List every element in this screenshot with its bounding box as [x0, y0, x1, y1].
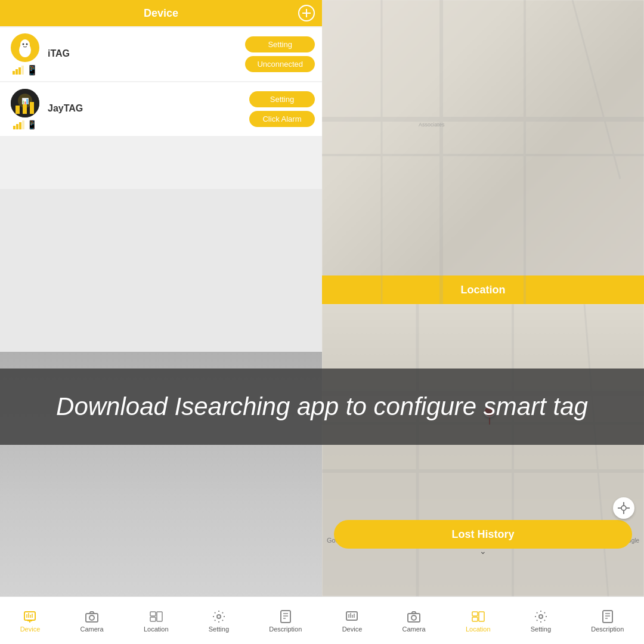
alarm-button[interactable]: Click Alarm: [249, 111, 315, 127]
nav-item-device[interactable]: Device: [13, 604, 48, 637]
signal-bars: [13, 120, 24, 129]
device-item: 📊 📱 JayTAG: [0, 82, 322, 136]
nav-label-setting: Setting: [209, 626, 229, 633]
nav-label-device-r: Device: [342, 626, 363, 633]
svg-rect-54: [472, 612, 478, 616]
arrow-label: ⌄: [479, 546, 487, 556]
svg-line-35: [572, 0, 620, 179]
setting-button[interactable]: Setting: [245, 36, 315, 52]
nav-item-location-r[interactable]: Location: [459, 604, 498, 637]
device-info: iTAG: [48, 48, 245, 60]
nav-label-description-r: Description: [591, 626, 624, 633]
nav-item-location[interactable]: Location: [137, 604, 176, 637]
nav-label-location: Location: [144, 626, 169, 633]
description-icon-r: [600, 609, 615, 624]
nav-label-device: Device: [20, 626, 41, 633]
device-icon-r: [344, 609, 360, 624]
svg-point-5: [23, 43, 24, 45]
lost-history-wrapper: Lost History: [334, 520, 632, 549]
setting-icon-r: [533, 609, 549, 624]
svg-point-6: [26, 43, 28, 45]
svg-rect-24: [157, 612, 162, 621]
signal-phone-row: 📱: [13, 64, 38, 76]
avatar: 📊: [11, 89, 39, 117]
device-header-title: Device: [144, 7, 178, 20]
camera-icon-r: [406, 609, 422, 624]
device-name: iTAG: [48, 48, 245, 59]
device-buttons: Setting Click Alarm: [249, 91, 315, 127]
svg-rect-26: [281, 611, 290, 623]
svg-point-21: [89, 615, 94, 620]
description-icon: [278, 609, 293, 624]
svg-rect-13: [24, 612, 35, 620]
nav-item-camera-r[interactable]: Camera: [395, 604, 433, 637]
svg-rect-22: [150, 612, 156, 616]
signal-bars: [13, 66, 24, 75]
nav-label-location-r: Location: [466, 626, 491, 633]
svg-point-57: [539, 615, 543, 618]
device-info: JayTAG: [48, 103, 249, 115]
setting-button[interactable]: Setting: [249, 91, 315, 107]
nav-label-camera-r: Camera: [402, 626, 426, 633]
nav-label-camera: Camera: [80, 626, 104, 633]
svg-rect-56: [479, 612, 484, 621]
lost-history-button[interactable]: Lost History: [334, 520, 632, 549]
bottom-nav-right: Device Camera Location: [322, 596, 644, 644]
svg-rect-55: [472, 617, 478, 621]
nav-item-description[interactable]: Description: [262, 604, 309, 637]
svg-point-25: [217, 615, 221, 618]
device-header: Device: [0, 0, 322, 26]
device-icon: [22, 609, 38, 624]
nav-item-description-r[interactable]: Description: [584, 604, 631, 637]
map-bottom: Google ©2023 Google Lost History ⌄: [322, 304, 644, 596]
nav-item-device-r[interactable]: Device: [335, 604, 370, 637]
svg-rect-14: [27, 620, 32, 621]
nav-label-description: Description: [269, 626, 302, 633]
unconnected-button[interactable]: Unconnected: [245, 56, 315, 72]
device-buttons: Setting Unconnected: [245, 36, 315, 72]
svg-point-53: [411, 615, 416, 620]
street-label: Associates: [419, 122, 445, 128]
lost-history-text: Lost History: [451, 528, 514, 541]
svg-rect-58: [603, 611, 612, 623]
device-section: Device: [0, 0, 322, 352]
svg-rect-8: [16, 106, 20, 114]
device-icon-area: 📊 📱: [7, 89, 43, 129]
location-icon-r: [470, 609, 486, 624]
signal-phone-row: 📱: [13, 120, 37, 129]
arrow-down: ⌄: [479, 546, 487, 556]
add-device-button[interactable]: [298, 5, 315, 21]
nav-item-setting[interactable]: Setting: [202, 604, 236, 637]
svg-point-42: [621, 506, 626, 510]
left-panel: Device: [0, 0, 322, 644]
map-top: Associates Location: [322, 0, 644, 304]
device-list: 📱 iTAG Setting Unconnected: [0, 26, 322, 189]
banner-text: Download Isearching app to configure sma…: [56, 392, 588, 421]
device-icon-area: 📱: [7, 33, 43, 76]
banner-overlay: Download Isearching app to configure sma…: [0, 369, 644, 445]
right-panel: Associates Location Googl: [322, 0, 644, 644]
svg-line-41: [584, 304, 608, 596]
bottom-nav-left: Device Camera Location: [0, 596, 322, 644]
nav-label-setting-r: Setting: [531, 626, 551, 633]
camera-icon: [84, 609, 100, 624]
phone-icon: 📱: [26, 64, 38, 76]
nav-item-camera[interactable]: Camera: [73, 604, 111, 637]
nav-item-setting-r[interactable]: Setting: [524, 604, 558, 637]
avatar: [11, 33, 39, 62]
device-name: JayTAG: [48, 103, 249, 114]
phone-icon: 📱: [27, 120, 37, 129]
crosshair-button[interactable]: [613, 497, 634, 519]
setting-icon: [211, 609, 227, 624]
svg-text:📊: 📊: [21, 97, 29, 105]
svg-point-4: [20, 39, 30, 50]
svg-rect-47: [346, 612, 357, 620]
location-icon: [148, 609, 164, 624]
svg-rect-23: [150, 617, 156, 621]
device-item: 📱 iTAG Setting Unconnected: [0, 27, 322, 81]
